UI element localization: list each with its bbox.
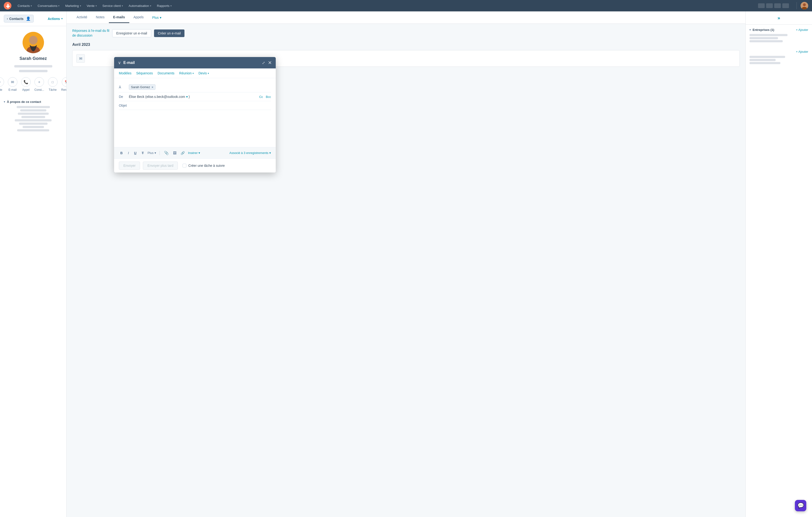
nav-rapports[interactable]: Rapports ▾	[154, 3, 174, 9]
modal-close-button[interactable]: ✕	[268, 60, 272, 66]
from-value: Élise Beck (elise.s.beck@outlook.com ▾ )	[129, 95, 256, 99]
toolbar-documents[interactable]: Documents	[157, 71, 174, 75]
action-email[interactable]: ✉ E-mail	[8, 77, 17, 91]
toolbar-devis[interactable]: Devis ▾	[199, 71, 209, 75]
create-task-label: Créer une tâche à suivre	[188, 164, 225, 168]
link-icon[interactable]: 🔗	[180, 150, 186, 156]
action-consi[interactable]: ＋ Consi...	[34, 77, 44, 91]
send-button[interactable]: Envoyer	[119, 161, 140, 170]
hubspot-logo[interactable]	[4, 2, 11, 9]
nav-conversations-chevron: ▾	[58, 4, 59, 7]
to-recipient-name: Sarah Gomez	[131, 85, 150, 89]
nav-vente[interactable]: Vente ▾	[84, 3, 99, 9]
format-more-button[interactable]: Plus ▾	[148, 151, 156, 155]
subject-input[interactable]	[136, 103, 271, 108]
action-note[interactable]: ✏ Note	[0, 77, 4, 91]
nav-marketing[interactable]: Marketing ▾	[63, 3, 83, 9]
to-label: À	[119, 85, 126, 89]
action-task[interactable]: □ Tâche	[48, 77, 58, 91]
toolbar-separator-1	[160, 151, 160, 155]
tab-activite[interactable]: Activité	[72, 12, 91, 23]
nav-automatisation-chevron: ▾	[150, 4, 151, 7]
rs-line-5	[750, 59, 776, 61]
format-underline[interactable]: U	[133, 150, 138, 156]
modal-send-row: Envoyer Envoyer plus tard Créer une tâch…	[114, 158, 276, 173]
reply-text: Réponses à l'e-mail du fil de discussion	[72, 29, 109, 38]
modal-collapse-icon[interactable]: ∨	[118, 60, 121, 65]
about-line-2	[20, 109, 46, 112]
entreprises-section-header: ▾ Entreprises (1) + Ajouter	[750, 28, 808, 32]
compose-area[interactable]	[119, 110, 271, 143]
toolbar-modeles[interactable]: Modèles	[119, 71, 132, 75]
nav-contacts-chevron: ▾	[31, 4, 32, 7]
contact-profile: Sarah Gomez ✏ Note ✉ E-mail 📞 Appel ＋	[0, 26, 66, 97]
toolbar-reunion[interactable]: Réunion ▾	[179, 71, 194, 75]
svg-point-2	[803, 3, 806, 6]
actions-button[interactable]: Actions ▾	[48, 17, 62, 21]
call-label: Appel	[22, 88, 29, 91]
subject-label: Objet	[119, 103, 133, 108]
nav-icon-4[interactable]	[782, 3, 789, 8]
expand-button[interactable]: »	[746, 11, 812, 25]
chat-bubble[interactable]: 💬	[795, 500, 806, 511]
nav-conversations[interactable]: Conversations ▾	[35, 3, 62, 9]
tab-notes[interactable]: Notes	[91, 12, 109, 23]
note-icon: ✏	[0, 77, 4, 87]
send-later-button[interactable]: Envoyer plus tard	[143, 161, 178, 170]
register-email-button[interactable]: Enregistrer un e-mail	[112, 29, 151, 37]
user-avatar[interactable]	[801, 2, 808, 9]
attach-icon[interactable]: 📎	[163, 150, 170, 156]
nav-service-client[interactable]: Service client ▾	[100, 3, 125, 9]
format-bold[interactable]: B	[119, 150, 124, 156]
tab-plus[interactable]: Plus ▾	[148, 12, 166, 23]
nav-contacts[interactable]: Contacts ▾	[15, 3, 34, 9]
format-strikethrough[interactable]: T	[140, 150, 145, 156]
nav-icon-2[interactable]	[766, 3, 773, 8]
to-recipient-tag[interactable]: Sarah Gomez ×	[129, 84, 155, 90]
create-email-button[interactable]: Créer un e-mail	[154, 29, 184, 37]
svg-point-5	[29, 36, 37, 44]
about-section-header[interactable]: ▾ À propos de ce contact	[4, 100, 62, 103]
tab-appels[interactable]: Appels	[129, 12, 148, 23]
modal-body: À Sarah Gomez × De Élise Beck (elise.s.b…	[114, 78, 276, 147]
note-label: Note	[0, 88, 2, 91]
format-more-chevron: ▾	[154, 151, 156, 155]
insert-button[interactable]: Insérer ▾	[188, 151, 200, 155]
add-entreprise-button[interactable]: + Ajouter	[796, 28, 808, 32]
nav-automatisation[interactable]: Automatisation ▾	[126, 3, 153, 9]
sidebar-header: ‹ Contacts 👤 Actions ▾	[0, 11, 66, 26]
ajouter-button[interactable]: + Ajouter	[750, 50, 808, 54]
from-label: De	[119, 95, 126, 99]
image-icon[interactable]: 🖼	[172, 150, 177, 156]
action-meeting[interactable]: 📅 Renco...	[61, 77, 67, 91]
task-label: Tâche	[49, 88, 57, 91]
cc-button[interactable]: Cc	[259, 95, 263, 99]
contact-name: Sarah Gomez	[20, 56, 47, 61]
nav-icon-3[interactable]	[774, 3, 781, 8]
about-line-6	[19, 123, 48, 125]
format-italic[interactable]: I	[126, 150, 130, 156]
remove-recipient-icon[interactable]: ×	[151, 86, 153, 89]
create-task-checkbox[interactable]	[182, 164, 186, 168]
contact-detail-2	[19, 70, 48, 72]
tab-emails[interactable]: E-mails	[109, 12, 129, 23]
from-dropdown-icon[interactable]: ▾	[186, 95, 188, 99]
modal-expand-icon[interactable]: ⤢	[262, 61, 265, 65]
nav-icon-1[interactable]	[758, 3, 765, 8]
toolbar-sequences[interactable]: Séquences	[136, 71, 153, 75]
cc-bcc-controls: Cc Bcc	[259, 95, 271, 99]
plus-icon: ＋	[34, 77, 44, 87]
back-to-contacts-button[interactable]: ‹ Contacts 👤	[4, 15, 34, 23]
reunion-chevron-icon: ▾	[193, 72, 194, 74]
modal-header: ∨ E-mail ⤢ ✕	[114, 57, 276, 68]
bcc-button[interactable]: Bcc	[266, 95, 271, 99]
entreprises-title[interactable]: ▾ Entreprises (1)	[750, 28, 774, 32]
action-call[interactable]: 📞 Appel	[21, 77, 31, 91]
associations-button[interactable]: Associé à 3 enregistrements ▾	[229, 151, 271, 155]
email-modal[interactable]: ∨ E-mail ⤢ ✕ Modèles Séquences Documents…	[114, 57, 276, 173]
rs-line-2	[750, 37, 778, 39]
about-line-1	[17, 106, 50, 108]
chat-icon: 💬	[798, 503, 804, 509]
entreprises-section: ▾ Entreprises (1) + Ajouter	[746, 25, 812, 47]
tab-plus-chevron: ▾	[160, 16, 162, 20]
